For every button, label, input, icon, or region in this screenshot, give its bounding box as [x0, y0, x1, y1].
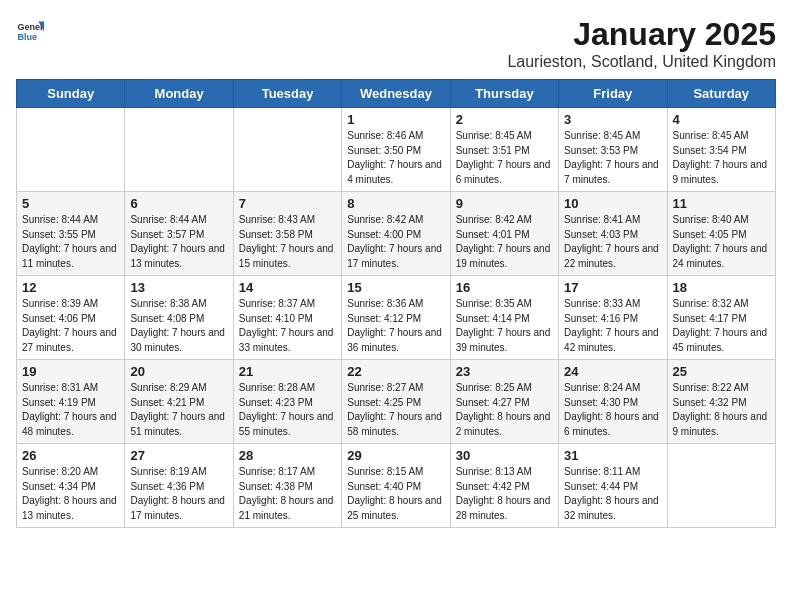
day-info: Sunrise: 8:20 AM Sunset: 4:34 PM Dayligh…: [22, 465, 119, 523]
week-row-4: 19Sunrise: 8:31 AM Sunset: 4:19 PM Dayli…: [17, 360, 776, 444]
calendar-cell: 18Sunrise: 8:32 AM Sunset: 4:17 PM Dayli…: [667, 276, 775, 360]
calendar-cell: [233, 108, 341, 192]
day-number: 26: [22, 448, 119, 463]
day-number: 28: [239, 448, 336, 463]
day-info: Sunrise: 8:11 AM Sunset: 4:44 PM Dayligh…: [564, 465, 661, 523]
day-number: 18: [673, 280, 770, 295]
day-number: 20: [130, 364, 227, 379]
day-info: Sunrise: 8:29 AM Sunset: 4:21 PM Dayligh…: [130, 381, 227, 439]
day-info: Sunrise: 8:13 AM Sunset: 4:42 PM Dayligh…: [456, 465, 553, 523]
day-info: Sunrise: 8:15 AM Sunset: 4:40 PM Dayligh…: [347, 465, 444, 523]
day-info: Sunrise: 8:45 AM Sunset: 3:53 PM Dayligh…: [564, 129, 661, 187]
week-row-5: 26Sunrise: 8:20 AM Sunset: 4:34 PM Dayli…: [17, 444, 776, 528]
calendar-cell: 14Sunrise: 8:37 AM Sunset: 4:10 PM Dayli…: [233, 276, 341, 360]
calendar-cell: 15Sunrise: 8:36 AM Sunset: 4:12 PM Dayli…: [342, 276, 450, 360]
day-info: Sunrise: 8:43 AM Sunset: 3:58 PM Dayligh…: [239, 213, 336, 271]
day-info: Sunrise: 8:36 AM Sunset: 4:12 PM Dayligh…: [347, 297, 444, 355]
calendar-cell: 25Sunrise: 8:22 AM Sunset: 4:32 PM Dayli…: [667, 360, 775, 444]
day-info: Sunrise: 8:40 AM Sunset: 4:05 PM Dayligh…: [673, 213, 770, 271]
calendar-cell: [667, 444, 775, 528]
week-row-1: 1Sunrise: 8:46 AM Sunset: 3:50 PM Daylig…: [17, 108, 776, 192]
day-number: 19: [22, 364, 119, 379]
day-number: 1: [347, 112, 444, 127]
day-number: 29: [347, 448, 444, 463]
day-number: 10: [564, 196, 661, 211]
week-row-2: 5Sunrise: 8:44 AM Sunset: 3:55 PM Daylig…: [17, 192, 776, 276]
day-info: Sunrise: 8:25 AM Sunset: 4:27 PM Dayligh…: [456, 381, 553, 439]
calendar-cell: 13Sunrise: 8:38 AM Sunset: 4:08 PM Dayli…: [125, 276, 233, 360]
day-number: 6: [130, 196, 227, 211]
day-number: 15: [347, 280, 444, 295]
day-info: Sunrise: 8:27 AM Sunset: 4:25 PM Dayligh…: [347, 381, 444, 439]
calendar-cell: [125, 108, 233, 192]
weekday-header-monday: Monday: [125, 80, 233, 108]
logo: General Blue: [16, 16, 44, 44]
day-number: 25: [673, 364, 770, 379]
calendar-cell: 3Sunrise: 8:45 AM Sunset: 3:53 PM Daylig…: [559, 108, 667, 192]
day-info: Sunrise: 8:46 AM Sunset: 3:50 PM Dayligh…: [347, 129, 444, 187]
weekday-header-row: SundayMondayTuesdayWednesdayThursdayFrid…: [17, 80, 776, 108]
day-number: 3: [564, 112, 661, 127]
calendar-cell: 23Sunrise: 8:25 AM Sunset: 4:27 PM Dayli…: [450, 360, 558, 444]
calendar-cell: 9Sunrise: 8:42 AM Sunset: 4:01 PM Daylig…: [450, 192, 558, 276]
day-info: Sunrise: 8:35 AM Sunset: 4:14 PM Dayligh…: [456, 297, 553, 355]
calendar-cell: 8Sunrise: 8:42 AM Sunset: 4:00 PM Daylig…: [342, 192, 450, 276]
day-info: Sunrise: 8:22 AM Sunset: 4:32 PM Dayligh…: [673, 381, 770, 439]
calendar-cell: 20Sunrise: 8:29 AM Sunset: 4:21 PM Dayli…: [125, 360, 233, 444]
day-number: 9: [456, 196, 553, 211]
calendar-table: SundayMondayTuesdayWednesdayThursdayFrid…: [16, 79, 776, 528]
day-number: 11: [673, 196, 770, 211]
day-info: Sunrise: 8:44 AM Sunset: 3:57 PM Dayligh…: [130, 213, 227, 271]
day-number: 23: [456, 364, 553, 379]
day-number: 12: [22, 280, 119, 295]
day-number: 27: [130, 448, 227, 463]
day-number: 13: [130, 280, 227, 295]
calendar-cell: 4Sunrise: 8:45 AM Sunset: 3:54 PM Daylig…: [667, 108, 775, 192]
calendar-cell: 31Sunrise: 8:11 AM Sunset: 4:44 PM Dayli…: [559, 444, 667, 528]
day-number: 17: [564, 280, 661, 295]
calendar-cell: 1Sunrise: 8:46 AM Sunset: 3:50 PM Daylig…: [342, 108, 450, 192]
day-info: Sunrise: 8:31 AM Sunset: 4:19 PM Dayligh…: [22, 381, 119, 439]
day-number: 4: [673, 112, 770, 127]
calendar-cell: 17Sunrise: 8:33 AM Sunset: 4:16 PM Dayli…: [559, 276, 667, 360]
day-info: Sunrise: 8:37 AM Sunset: 4:10 PM Dayligh…: [239, 297, 336, 355]
calendar-cell: 21Sunrise: 8:28 AM Sunset: 4:23 PM Dayli…: [233, 360, 341, 444]
calendar-cell: 6Sunrise: 8:44 AM Sunset: 3:57 PM Daylig…: [125, 192, 233, 276]
calendar-cell: 12Sunrise: 8:39 AM Sunset: 4:06 PM Dayli…: [17, 276, 125, 360]
header: General Blue January 2025 Laurieston, Sc…: [16, 16, 776, 71]
day-number: 8: [347, 196, 444, 211]
day-number: 22: [347, 364, 444, 379]
calendar-cell: 19Sunrise: 8:31 AM Sunset: 4:19 PM Dayli…: [17, 360, 125, 444]
day-info: Sunrise: 8:42 AM Sunset: 4:01 PM Dayligh…: [456, 213, 553, 271]
day-number: 14: [239, 280, 336, 295]
day-info: Sunrise: 8:45 AM Sunset: 3:51 PM Dayligh…: [456, 129, 553, 187]
day-info: Sunrise: 8:33 AM Sunset: 4:16 PM Dayligh…: [564, 297, 661, 355]
title-section: January 2025 Laurieston, Scotland, Unite…: [507, 16, 776, 71]
day-info: Sunrise: 8:38 AM Sunset: 4:08 PM Dayligh…: [130, 297, 227, 355]
svg-text:Blue: Blue: [17, 32, 37, 42]
day-number: 5: [22, 196, 119, 211]
day-info: Sunrise: 8:42 AM Sunset: 4:00 PM Dayligh…: [347, 213, 444, 271]
day-number: 16: [456, 280, 553, 295]
week-row-3: 12Sunrise: 8:39 AM Sunset: 4:06 PM Dayli…: [17, 276, 776, 360]
day-info: Sunrise: 8:45 AM Sunset: 3:54 PM Dayligh…: [673, 129, 770, 187]
weekday-header-tuesday: Tuesday: [233, 80, 341, 108]
day-number: 2: [456, 112, 553, 127]
day-info: Sunrise: 8:41 AM Sunset: 4:03 PM Dayligh…: [564, 213, 661, 271]
day-info: Sunrise: 8:32 AM Sunset: 4:17 PM Dayligh…: [673, 297, 770, 355]
weekday-header-wednesday: Wednesday: [342, 80, 450, 108]
day-info: Sunrise: 8:24 AM Sunset: 4:30 PM Dayligh…: [564, 381, 661, 439]
weekday-header-thursday: Thursday: [450, 80, 558, 108]
day-info: Sunrise: 8:28 AM Sunset: 4:23 PM Dayligh…: [239, 381, 336, 439]
day-number: 7: [239, 196, 336, 211]
day-number: 30: [456, 448, 553, 463]
calendar-cell: 24Sunrise: 8:24 AM Sunset: 4:30 PM Dayli…: [559, 360, 667, 444]
day-number: 31: [564, 448, 661, 463]
calendar-cell: 29Sunrise: 8:15 AM Sunset: 4:40 PM Dayli…: [342, 444, 450, 528]
day-info: Sunrise: 8:17 AM Sunset: 4:38 PM Dayligh…: [239, 465, 336, 523]
day-info: Sunrise: 8:39 AM Sunset: 4:06 PM Dayligh…: [22, 297, 119, 355]
calendar-cell: 27Sunrise: 8:19 AM Sunset: 4:36 PM Dayli…: [125, 444, 233, 528]
calendar-cell: 11Sunrise: 8:40 AM Sunset: 4:05 PM Dayli…: [667, 192, 775, 276]
day-number: 21: [239, 364, 336, 379]
calendar-cell: 16Sunrise: 8:35 AM Sunset: 4:14 PM Dayli…: [450, 276, 558, 360]
